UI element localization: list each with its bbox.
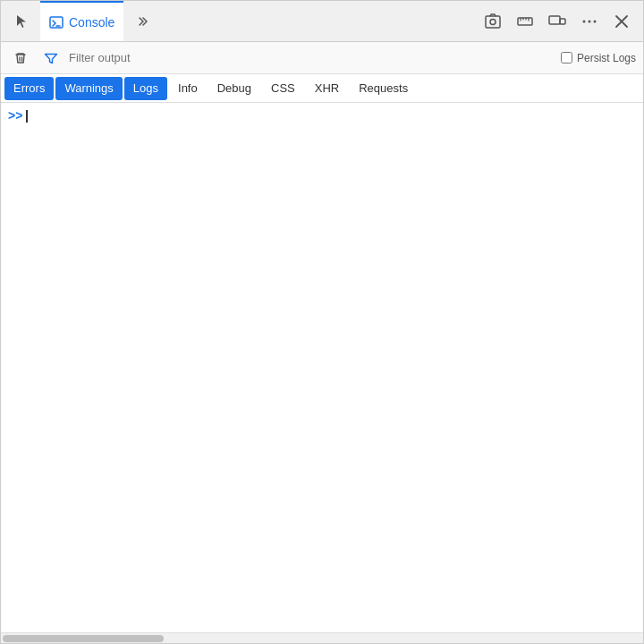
console-input-line: >> bbox=[1, 103, 643, 126]
console-prompt: >> bbox=[8, 108, 22, 123]
svg-rect-4 bbox=[549, 16, 560, 24]
svg-point-2 bbox=[490, 19, 496, 24]
svg-point-7 bbox=[589, 20, 591, 22]
console-content[interactable]: >> bbox=[1, 103, 643, 632]
persist-logs-checkbox[interactable] bbox=[561, 52, 572, 64]
screenshot-button[interactable] bbox=[479, 7, 507, 36]
filter-toggle-button[interactable] bbox=[38, 46, 64, 71]
toolbar-right bbox=[479, 7, 636, 36]
tab-logs[interactable]: Logs bbox=[124, 77, 167, 100]
clear-output-button[interactable] bbox=[8, 46, 33, 71]
tab-requests[interactable]: Requests bbox=[350, 77, 417, 100]
ruler-button[interactable] bbox=[511, 7, 539, 36]
tab-xhr[interactable]: XHR bbox=[306, 77, 348, 100]
scrollbar-thumb[interactable] bbox=[3, 635, 164, 642]
log-tabs: Errors Warnings Logs Info Debug CSS XHR … bbox=[1, 74, 643, 103]
tab-errors[interactable]: Errors bbox=[4, 77, 54, 100]
persist-logs-label: Persist Logs bbox=[577, 52, 636, 64]
filter-bar: Persist Logs bbox=[1, 42, 643, 74]
svg-rect-5 bbox=[560, 19, 565, 24]
console-tab-label: Console bbox=[69, 15, 114, 30]
tab-debug[interactable]: Debug bbox=[208, 77, 260, 100]
bottom-scrollbar[interactable] bbox=[1, 632, 643, 643]
responsive-button[interactable] bbox=[543, 7, 572, 36]
close-button[interactable] bbox=[607, 7, 636, 36]
tab-info[interactable]: Info bbox=[169, 77, 207, 100]
filter-input[interactable] bbox=[69, 51, 555, 64]
persist-logs-area: Persist Logs bbox=[561, 52, 636, 64]
svg-point-6 bbox=[583, 20, 586, 22]
top-toolbar: Console bbox=[1, 1, 643, 42]
tab-css[interactable]: CSS bbox=[262, 77, 304, 100]
tab-warnings[interactable]: Warnings bbox=[55, 77, 122, 100]
cursor-tool-button[interactable] bbox=[8, 7, 37, 36]
more-tabs-button[interactable] bbox=[127, 7, 156, 36]
console-tab[interactable]: Console bbox=[40, 1, 123, 41]
devtools-window: Console bbox=[0, 0, 644, 644]
console-cursor bbox=[26, 110, 28, 123]
svg-point-8 bbox=[594, 20, 597, 22]
svg-rect-1 bbox=[486, 16, 500, 28]
more-options-button[interactable] bbox=[575, 7, 604, 36]
